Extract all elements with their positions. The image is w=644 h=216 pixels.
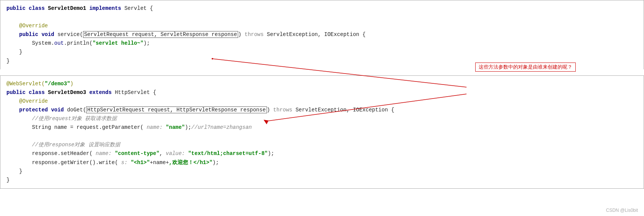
bottom-line-7: [6, 132, 638, 141]
code-line-3: @Override: [6, 22, 638, 30]
code-line-1: public class ServletDemo1 implements Ser…: [6, 4, 638, 13]
code-line-2: [6, 13, 638, 22]
bottom-line-6: String name = request.getParameter( name…: [6, 123, 638, 132]
bottom-line-12: }: [6, 176, 638, 185]
top-code-block: public class ServletDemo1 implements Ser…: [0, 0, 644, 69]
bottom-line-10: response.getWriter().write( s: "<h1>"+na…: [6, 158, 638, 167]
bottom-code-block: @WebServlet("/demo3") public class Servl…: [0, 75, 644, 189]
code-line-4: public void service(ServletRequest reque…: [6, 30, 638, 39]
code-line-5: System.out.println("servlet hello~");: [6, 39, 638, 48]
code-line-6: }: [6, 48, 638, 56]
bottom-line-4: protected void doGet(HttpServletRequest …: [6, 106, 638, 114]
bottom-line-1: @WebServlet("/demo3"): [6, 80, 638, 88]
bottom-line-9: response.setHeader( name: "content-type"…: [6, 149, 638, 158]
bottom-line-5: //使用request对象 获取请求数据: [6, 114, 638, 123]
bottom-line-8: //使用response对象 设置响应数据: [6, 141, 638, 149]
bottom-line-11: }: [6, 167, 638, 176]
watermark: CSDN @Lis0bit: [606, 208, 638, 213]
callout-container: 这些方法参数中的对象是由谁来创建的呢？: [475, 63, 576, 72]
callout-box: 这些方法参数中的对象是由谁来创建的呢？: [475, 63, 576, 72]
code-container: public class ServletDemo1 implements Ser…: [0, 0, 644, 189]
bottom-line-2: public class ServletDemo3 extends HttpSe…: [6, 88, 638, 97]
bottom-line-3: @Override: [6, 97, 638, 106]
